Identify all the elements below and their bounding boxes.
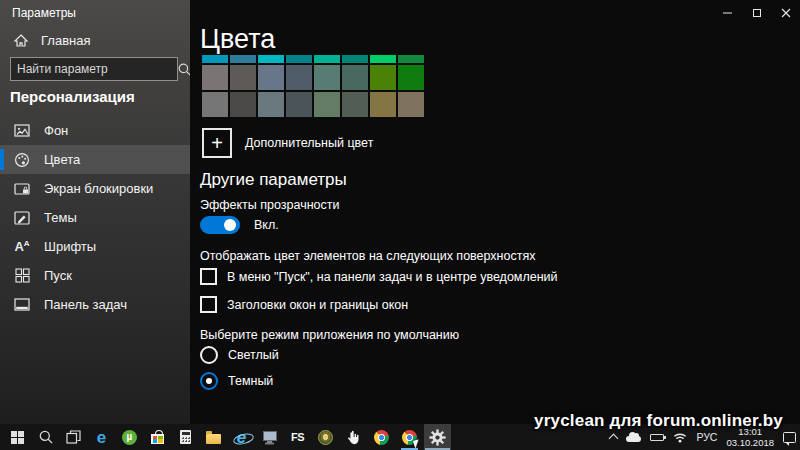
color-swatch[interactable] — [342, 55, 368, 63]
sidebar-item-colors[interactable]: Цвета — [0, 145, 190, 174]
color-swatch[interactable] — [202, 92, 228, 117]
fonts-icon: AA — [13, 240, 31, 253]
chrome-icon[interactable] — [368, 424, 395, 450]
app-mode-radio-list: СветлыйТемный — [200, 346, 279, 398]
task-view-icon[interactable] — [60, 424, 87, 450]
utorrent-icon[interactable]: µ — [116, 424, 143, 450]
calculator-icon[interactable] — [172, 424, 199, 450]
color-swatch[interactable] — [398, 65, 424, 90]
transparency-toggle[interactable] — [200, 216, 240, 234]
sidebar-item-start[interactable]: Пуск — [0, 261, 190, 290]
sidebar-item-label: Панель задач — [44, 297, 127, 312]
search-input[interactable] — [11, 62, 178, 76]
window-title: Параметры — [12, 6, 76, 20]
color-swatch[interactable] — [342, 92, 368, 117]
color-swatch[interactable] — [230, 65, 256, 90]
color-swatch[interactable] — [398, 55, 424, 63]
watermark-text: yryclean для forum.onliner.by — [534, 411, 783, 431]
app-mode-radio-row[interactable]: Светлый — [200, 346, 279, 364]
radio-button — [200, 346, 218, 364]
sidebar-item-background[interactable]: Фон — [0, 116, 190, 145]
taskbar-apps: eµeFS — [0, 424, 451, 450]
color-swatch[interactable] — [342, 65, 368, 90]
wifi-icon[interactable] — [673, 432, 687, 443]
pointer-icon[interactable] — [340, 424, 367, 450]
minimize-button[interactable] — [713, 0, 742, 26]
color-swatch[interactable] — [370, 55, 396, 63]
color-swatch[interactable] — [286, 55, 312, 63]
plus-icon: + — [211, 133, 223, 153]
taskbar-search-icon[interactable] — [32, 424, 59, 450]
transparency-toggle-row: Вкл. — [200, 216, 279, 234]
faststone-icon[interactable]: FS — [284, 424, 311, 450]
page-title: Цвета — [200, 24, 275, 55]
sidebar-item-label: Темы — [44, 210, 77, 225]
surface-checkbox-row[interactable]: В меню "Пуск", на панели задач и в центр… — [200, 268, 558, 285]
color-swatch[interactable] — [258, 65, 284, 90]
emblem-icon[interactable] — [312, 424, 339, 450]
edge-icon[interactable]: e — [88, 424, 115, 450]
color-swatch[interactable] — [230, 55, 256, 63]
color-swatch[interactable] — [286, 65, 312, 90]
close-button[interactable] — [771, 0, 800, 26]
sidebar-item-label: Шрифты — [44, 239, 96, 254]
color-swatch[interactable] — [202, 65, 228, 90]
radio-label: Темный — [228, 374, 273, 388]
custom-color-button[interactable]: + — [202, 128, 232, 158]
sidebar-nav: ФонЦветаЭкран блокировкиТемыAAШрифтыПуск… — [0, 116, 190, 319]
sidebar-home[interactable]: Главная — [12, 33, 90, 48]
themes-icon — [13, 211, 31, 225]
sidebar-item-taskbar[interactable]: Панель задач — [0, 290, 190, 319]
color-swatch[interactable] — [398, 92, 424, 117]
app-mode-heading: Выберите режим приложения по умолчанию — [200, 328, 459, 342]
color-swatch[interactable] — [314, 65, 340, 90]
colors-icon — [13, 152, 31, 168]
transparency-label: Эффекты прозрачности — [200, 198, 340, 212]
sidebar-item-fonts[interactable]: AAШрифты — [0, 232, 190, 261]
color-swatch[interactable] — [370, 65, 396, 90]
home-label: Главная — [41, 33, 90, 48]
color-swatch[interactable] — [230, 92, 256, 117]
color-swatch[interactable] — [286, 92, 312, 117]
taskbar-icon — [13, 298, 31, 311]
radio-button — [200, 372, 218, 390]
start-button-icon[interactable] — [4, 424, 31, 450]
custom-color-label: Дополнительный цвет — [245, 136, 373, 150]
onedrive-cloud-icon[interactable] — [626, 436, 641, 442]
restore-button[interactable] — [742, 0, 771, 26]
tray-expand-chevron-icon[interactable] — [609, 434, 619, 444]
checkbox-label: Заголовки окон и границы окон — [227, 298, 408, 312]
language-indicator[interactable]: РУС — [696, 431, 717, 443]
color-swatch[interactable] — [258, 55, 284, 63]
surface-checkbox-row[interactable]: Заголовки окон и границы окон — [200, 296, 558, 313]
color-swatch[interactable] — [370, 92, 396, 117]
radio-label: Светлый — [228, 348, 279, 362]
store-icon[interactable] — [144, 424, 171, 450]
sidebar-item-label: Пуск — [44, 268, 72, 283]
color-swatch[interactable] — [314, 92, 340, 117]
color-swatch[interactable] — [314, 55, 340, 63]
home-icon — [12, 33, 30, 48]
action-center-icon[interactable] — [783, 432, 796, 443]
sidebar-item-lock-screen[interactable]: Экран блокировки — [0, 174, 190, 203]
sidebar-item-label: Фон — [44, 123, 68, 138]
remote-pc-icon[interactable] — [256, 424, 283, 450]
sidebar-item-themes[interactable]: Темы — [0, 203, 190, 232]
start-icon — [13, 268, 31, 283]
lock-screen-icon — [13, 182, 31, 196]
settings-gear-icon[interactable] — [424, 424, 451, 450]
toggle-state-label: Вкл. — [254, 218, 279, 232]
colors-page: Цвета + Дополнительный цвет Другие парам… — [190, 0, 800, 424]
color-swatch[interactable] — [202, 55, 228, 63]
sidebar-item-label: Экран блокировки — [44, 181, 153, 196]
app-mode-radio-row[interactable]: Темный — [200, 372, 279, 390]
sidebar-item-label: Цвета — [44, 152, 80, 167]
checkbox-label: В меню "Пуск", на панели задач и в центр… — [227, 270, 558, 284]
file-explorer-icon[interactable] — [200, 424, 227, 450]
chrome-alt-icon[interactable] — [396, 424, 423, 450]
selected-accent-bar — [0, 149, 4, 170]
battery-icon[interactable] — [650, 434, 664, 441]
checkbox-box — [200, 268, 217, 285]
color-swatch[interactable] — [258, 92, 284, 117]
internet-explorer-icon[interactable]: e — [228, 424, 255, 450]
